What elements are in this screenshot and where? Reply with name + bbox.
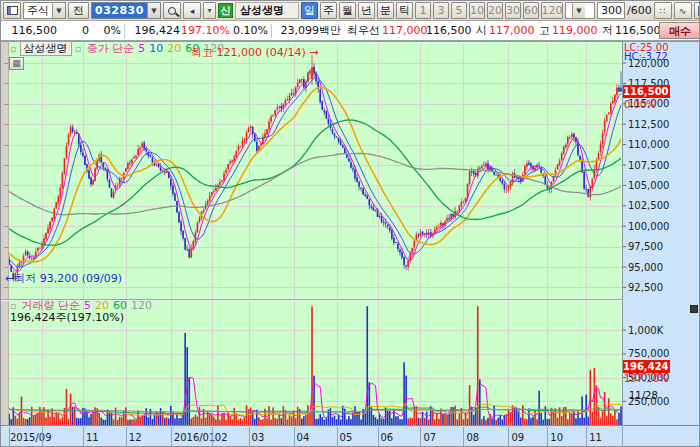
more-dropdown-icon[interactable]: ▾ — [203, 2, 216, 19]
best-bid: 116,500 — [426, 24, 470, 37]
tick-merge-icon[interactable]: ∷ — [654, 2, 672, 19]
main-toolbar: 주식▼ 전 032830▼ ◂ ▾ 신 삼성생명 일 주 월 년 분 틱 1 3… — [1, 1, 699, 21]
legend-checkbox-icon[interactable]: ▫ — [10, 301, 16, 311]
period-year-button[interactable]: 년 — [358, 2, 375, 19]
svg-text:100,000: 100,000 — [628, 221, 669, 232]
vma120-label: 120 — [131, 299, 152, 312]
period-tick-button[interactable]: 틱 — [396, 2, 413, 19]
stock-name-label: 삼성생명 — [235, 2, 299, 19]
chevron-down-icon[interactable]: ▼ — [52, 3, 65, 18]
interval-1-button[interactable]: 1 — [415, 2, 431, 19]
current-price-pct: 0.00% — [624, 99, 656, 110]
period-minute-button[interactable]: 분 — [377, 2, 394, 19]
svg-text:03: 03 — [252, 432, 265, 443]
period-month-button[interactable]: 월 — [339, 2, 356, 19]
line-style-icon[interactable]: ∿ — [674, 2, 692, 19]
order-panel-icon[interactable]: ◂ — [183, 2, 201, 19]
candlestick-chart[interactable]: 120,000117,500115,000112,500110,000107,5… — [1, 41, 700, 447]
current-price: 116,500 — [3, 24, 57, 37]
code-dropdown-icon[interactable]: ▼ — [147, 3, 160, 18]
save-icon[interactable] — [694, 2, 700, 19]
svg-text:09: 09 — [512, 432, 525, 443]
svg-text:2015/09: 2015/09 — [10, 432, 52, 443]
stock-code-input[interactable]: 032830▼ — [91, 2, 161, 19]
svg-text:12: 12 — [129, 432, 142, 443]
low-annotation: ←최저 93,200 (09/09) — [5, 273, 122, 284]
svg-text:1,000K: 1,000K — [628, 325, 664, 336]
chart-window: 주식▼ 전 032830▼ ◂ ▾ 신 삼성생명 일 주 월 년 분 틱 1 3… — [0, 0, 700, 447]
interval-10-button[interactable]: 10 — [469, 2, 485, 19]
new-stock-badge: 신 — [218, 3, 233, 18]
svg-text:92,500: 92,500 — [628, 282, 663, 293]
best-quote-label: 최우선 — [347, 23, 380, 38]
volume-value: 196,424 — [128, 24, 180, 37]
interval-select[interactable]: ▼ — [565, 2, 595, 19]
open-label: 시 — [476, 23, 487, 38]
window-dock-icon[interactable] — [3, 2, 21, 19]
svg-text:750,000: 750,000 — [628, 348, 669, 359]
ma10-label: 10 — [149, 42, 163, 55]
svg-text:2016/01: 2016/01 — [174, 432, 216, 443]
current-volume-badge: 196,424 — [623, 360, 670, 373]
high-price: 119,000 — [552, 24, 596, 37]
svg-text:97,500: 97,500 — [628, 241, 663, 252]
chevron-down-icon[interactable]: ▼ — [572, 3, 585, 18]
pane-collapse-icon[interactable] — [690, 305, 698, 313]
interval-60-button[interactable]: 60 — [523, 2, 539, 19]
interval-5-button[interactable]: 5 — [451, 2, 467, 19]
dock-icon — [7, 6, 18, 15]
current-volume-pct: 197.10% — [624, 373, 669, 384]
legend-checkbox-icon[interactable]: ▫ — [10, 44, 16, 54]
svg-text:110,000: 110,000 — [628, 139, 669, 150]
asset-type-label: 주식 — [27, 3, 49, 18]
svg-text:10: 10 — [550, 432, 563, 443]
svg-text:07: 07 — [424, 432, 437, 443]
svg-text:105,000: 105,000 — [628, 180, 669, 191]
svg-text:11: 11 — [86, 432, 99, 443]
period-week-button[interactable]: 주 — [320, 2, 337, 19]
legend-stock-name: 삼성생명 — [20, 41, 72, 56]
asset-type-select[interactable]: 주식▼ — [23, 2, 66, 19]
hc-label: HC:-3.72 — [624, 51, 668, 62]
last-date-label: 11/28 — [629, 390, 658, 401]
prev-stock-button[interactable]: 전 — [68, 2, 89, 19]
search-icon[interactable] — [163, 2, 181, 19]
bar-count-input[interactable]: 300 — [597, 2, 625, 19]
trade-amount: 23,099백만 — [275, 23, 341, 38]
interval-30-button[interactable]: 30 — [505, 2, 521, 19]
low-price: 116,500 — [615, 24, 659, 37]
divider — [271, 24, 272, 38]
svg-text:102,500: 102,500 — [628, 200, 669, 211]
best-ask: 117,000 — [382, 24, 426, 37]
period-day-button[interactable]: 일 — [301, 2, 318, 19]
ma5-label: 5 — [138, 42, 145, 55]
chart-tools-icon[interactable]: ▦ — [9, 57, 24, 70]
price-change: 0 — [57, 24, 89, 37]
svg-text:06: 06 — [381, 432, 394, 443]
svg-text:95,000: 95,000 — [628, 262, 663, 273]
current-price-badge: 116,500 — [623, 85, 670, 98]
open-price: 117,000 — [489, 24, 533, 37]
svg-text:04: 04 — [297, 432, 310, 443]
ma20-label: 20 — [167, 42, 181, 55]
legend-ma-type: 종가 단순 — [87, 42, 135, 55]
high-label: 고 — [539, 23, 550, 38]
divider — [124, 24, 125, 38]
interval-3-button[interactable]: 3 — [433, 2, 449, 19]
buy-button[interactable]: 매수 — [659, 22, 700, 39]
volume-current-label: 196,424주(197.10%) — [10, 312, 124, 323]
quote-info-bar: 116,500 0 0% 196,424 197.10% 0.10% 23,09… — [1, 21, 699, 41]
svg-text:107,500: 107,500 — [628, 160, 669, 171]
price-change-pct: 0% — [89, 24, 121, 37]
volume-ratio: 197.10% — [180, 24, 230, 37]
low-label: 저 — [602, 23, 613, 38]
interval-120-button[interactable]: 120 — [541, 2, 563, 19]
bar-total-label: /600 — [627, 4, 652, 17]
turnover-pct: 0.10% — [230, 24, 268, 37]
svg-text:02: 02 — [215, 432, 228, 443]
interval-20-button[interactable]: 20 — [487, 2, 503, 19]
chart-area: 120,000117,500115,000112,500110,000107,5… — [1, 41, 700, 447]
legend-checkbox-icon[interactable]: ▫ — [75, 44, 81, 54]
high-annotation: 최고 121,000 (04/14) → — [191, 47, 318, 58]
svg-text:112,500: 112,500 — [628, 119, 669, 130]
